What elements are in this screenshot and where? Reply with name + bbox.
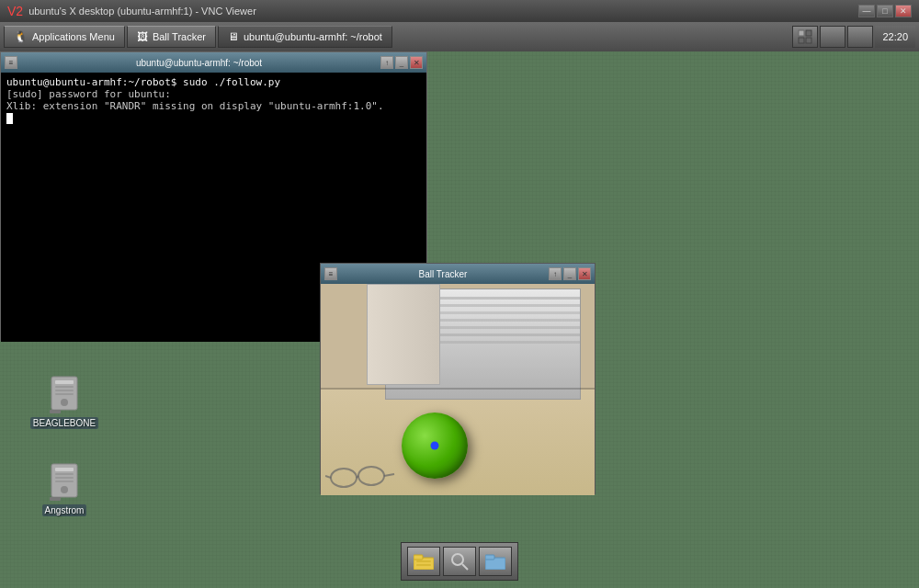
ball-tracker-taskbar-icon: 🖼 [137,30,148,43]
angstrom-icon-img [46,460,83,504]
svg-point-9 [61,399,68,406]
svg-rect-25 [416,560,431,562]
taskbar-btn-extra1[interactable] [820,26,845,48]
shelf-line [321,388,595,390]
terminal-line2: [sudo] password for ubuntu: [6,88,421,100]
desktop-icon-angstrom[interactable]: Angstrom [28,460,101,516]
beaglebone-icon-svg [48,375,81,415]
svg-rect-12 [55,468,74,471]
ball-tracker-canvas [321,284,595,495]
ball-tracker-titlebar[interactable]: ≡ Ball Tracker ↑ _ ✕ [321,264,595,284]
svg-rect-0 [799,30,804,36]
file-manager-icon [414,553,434,570]
svg-line-28 [462,564,468,570]
terminal-cursor [6,113,13,124]
terminal-up-btn[interactable]: ↑ [380,56,393,69]
bt-menu-btn[interactable]: ≡ [324,267,337,280]
terminal-line1: ubuntu@ubuntu-armhf:~/robot$ sudo ./foll… [6,76,421,88]
terminal-taskbar-icon: 🖥 [228,30,239,43]
beaglebone-icon-img [46,373,83,417]
title-btn-restore[interactable]: □ [877,5,893,17]
vnc-icon: V2 [7,4,23,18]
terminal-title: ubuntu@ubuntu-armhf: ~/robot [17,58,380,68]
green-ball [402,413,468,479]
dock-btn-folder[interactable] [479,547,512,576]
glasses-svg [325,465,403,491]
bt-ctrl-btns: ≡ [324,267,337,280]
svg-rect-10 [50,410,61,413]
svg-point-19 [358,467,384,485]
svg-rect-3 [806,38,811,43]
vnc-title-text: ubuntu's X desktop (ubuntu-armhf:1) - VN… [28,6,857,17]
taskbar-ball-tracker[interactable]: 🖼 Ball Tracker [127,26,216,48]
dock-btn-search[interactable] [443,547,476,576]
books-stack [367,284,585,411]
apps-menu-icon: 🐧 [14,30,28,43]
bt-close-btn[interactable]: ✕ [578,267,591,280]
terminal-ctrl-btns: ≡ [5,56,17,69]
dock-btn-file-manager[interactable] [407,547,440,576]
svg-point-27 [452,554,463,565]
bt-window-btns: ↑ _ ✕ [549,267,591,280]
svg-line-22 [384,474,394,476]
svg-point-16 [61,486,68,493]
taskbar-terminal[interactable]: 🖥 ubuntu@ubuntu-armhf: ~/robot [218,26,392,48]
angstrom-icon-svg [48,462,81,503]
blue-dot-tracker [431,442,439,450]
camera-scene [321,284,595,495]
title-btn-close[interactable]: ✕ [895,5,912,17]
bt-minimize-btn[interactable]: _ [563,267,576,280]
terminal-window-btns: ↑ _ ✕ [380,56,423,69]
taskbar-right: 22:20 [792,26,915,48]
taskbar-time: 22:20 [875,26,915,48]
terminal-titlebar[interactable]: ≡ ubuntu@ubuntu-armhf: ~/robot ↑ _ ✕ [1,52,426,73]
terminal-close-btn[interactable]: ✕ [410,56,423,69]
desktop-icon-beaglebone[interactable]: BEAGLEBONE [28,373,101,429]
terminal-cursor-line [6,112,421,124]
svg-rect-6 [55,386,74,388]
svg-rect-14 [55,477,74,479]
taskbar-btn-extra2[interactable] [847,26,873,48]
beaglebone-label: BEAGLEBONE [30,417,98,429]
desktop: ≡ ubuntu@ubuntu-armhf: ~/robot ↑ _ ✕ ubu… [0,51,919,588]
folder-icon [485,553,505,570]
terminal-minimize-btn[interactable]: _ [395,56,408,69]
svg-rect-1 [806,30,811,36]
svg-line-21 [325,476,331,478]
ball-tracker-window[interactable]: ≡ Ball Tracker ↑ _ ✕ [320,263,596,494]
svg-rect-26 [416,564,431,566]
svg-rect-5 [55,380,74,384]
workspace-icon [798,29,812,44]
svg-rect-17 [50,497,61,501]
svg-rect-15 [55,481,74,482]
book-beige [367,284,440,385]
bottom-dock [401,542,518,581]
ball-tracker-title: Ball Tracker [337,269,549,279]
svg-point-18 [331,469,357,487]
vnc-title-bar: V2 ubuntu's X desktop (ubuntu-armhf:1) -… [0,0,919,22]
bt-up-btn[interactable]: ↑ [549,267,562,280]
svg-rect-13 [55,473,74,475]
search-icon [450,552,469,571]
svg-line-20 [357,476,358,478]
title-btn-minimize[interactable]: — [858,5,875,17]
svg-rect-7 [55,390,74,391]
terminal-line3: Xlib: extension "RANDR" missing on displ… [6,100,421,112]
taskbar-apps-menu[interactable]: 🐧 Applications Menu [4,26,125,48]
angstrom-label: Angstrom [42,504,87,516]
svg-rect-2 [799,38,804,43]
svg-rect-8 [55,393,74,395]
terminal-menu-btn[interactable]: ≡ [5,56,17,69]
taskbar-workspace-switcher[interactable] [792,26,818,48]
svg-rect-30 [485,555,494,560]
taskbar: 🐧 Applications Menu 🖼 Ball Tracker 🖥 ubu… [0,22,919,51]
svg-rect-24 [414,555,423,560]
glasses [325,465,403,491]
